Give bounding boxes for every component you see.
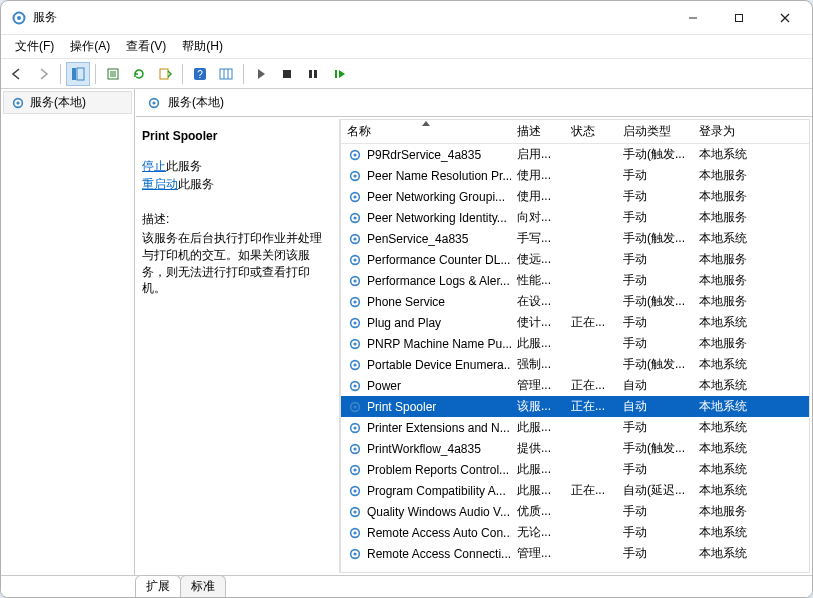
gear-icon: [347, 168, 363, 184]
service-logon: 本地服务: [693, 272, 765, 289]
col-logon[interactable]: 登录为: [693, 120, 765, 143]
service-logon: 本地系统: [693, 377, 765, 394]
restart-service-button[interactable]: [327, 62, 351, 86]
service-logon: 本地系统: [693, 398, 765, 415]
maximize-button[interactable]: [716, 4, 762, 32]
svg-rect-20: [314, 70, 317, 78]
col-name[interactable]: 名称: [341, 120, 511, 143]
menu-action[interactable]: 操作(A): [64, 36, 120, 57]
restart-service-link[interactable]: 重启动: [142, 177, 178, 191]
service-desc: 在设...: [511, 293, 565, 310]
svg-point-45: [353, 342, 356, 345]
service-startup: 手动: [617, 419, 693, 436]
service-desc: 该服...: [511, 398, 565, 415]
svg-point-27: [353, 153, 356, 156]
svg-point-23: [16, 101, 19, 104]
service-desc: 使用...: [511, 167, 565, 184]
svg-point-49: [353, 384, 356, 387]
service-desc: 手写...: [511, 230, 565, 247]
svg-rect-3: [736, 14, 743, 21]
tab-standard-label: 标准: [191, 579, 215, 593]
menu-view[interactable]: 查看(V): [120, 36, 176, 57]
service-row[interactable]: Plug and Play使计...正在...手动本地系统: [341, 312, 809, 333]
toolbar-sep: [95, 64, 96, 84]
service-row[interactable]: Portable Device Enumera...强制...手动(触发...本…: [341, 354, 809, 375]
svg-text:?: ?: [197, 69, 203, 80]
gear-icon: [347, 252, 363, 268]
service-startup: 自动(延迟...: [617, 482, 693, 499]
service-row[interactable]: Phone Service在设...手动(触发...本地服务: [341, 291, 809, 312]
service-row[interactable]: Print Spooler该服...正在...自动本地系统: [341, 396, 809, 417]
service-row[interactable]: Remote Access Auto Con...无论...手动本地系统: [341, 522, 809, 543]
service-startup: 手动: [617, 545, 693, 562]
menu-file[interactable]: 文件(F): [9, 36, 64, 57]
refresh-button[interactable]: [127, 62, 151, 86]
svg-point-29: [353, 174, 356, 177]
rows-viewport[interactable]: P9RdrService_4a835启用...手动(触发...本地系统Peer …: [341, 144, 809, 572]
service-status: 正在...: [565, 482, 617, 499]
service-row[interactable]: Remote Access Connecti...管理...手动本地系统: [341, 543, 809, 564]
service-startup: 手动(触发...: [617, 146, 693, 163]
minimize-button[interactable]: [670, 4, 716, 32]
gear-icon: [347, 189, 363, 205]
pause-service-button[interactable]: [301, 62, 325, 86]
service-name: Plug and Play: [367, 316, 441, 330]
tree-root-label: 服务(本地): [30, 94, 86, 111]
service-startup: 手动(触发...: [617, 356, 693, 373]
service-row[interactable]: Printer Extensions and N...此服...手动本地系统: [341, 417, 809, 438]
service-logon: 本地服务: [693, 251, 765, 268]
menu-help[interactable]: 帮助(H): [176, 36, 233, 57]
service-row[interactable]: Peer Networking Groupi...使用...手动本地服务: [341, 186, 809, 207]
col-desc[interactable]: 描述: [511, 120, 565, 143]
export-list-button[interactable]: [153, 62, 177, 86]
help-button[interactable]: ?: [188, 62, 212, 86]
service-desc: 此服...: [511, 461, 565, 478]
tab-standard[interactable]: 标准: [180, 575, 226, 597]
service-name: Peer Name Resolution Pr...: [367, 169, 511, 183]
svg-point-1: [17, 16, 21, 20]
service-row[interactable]: P9RdrService_4a835启用...手动(触发...本地系统: [341, 144, 809, 165]
col-status[interactable]: 状态: [565, 120, 617, 143]
service-desc: 强制...: [511, 356, 565, 373]
service-logon: 本地系统: [693, 419, 765, 436]
service-row[interactable]: PrintWorkflow_4a835提供...手动(触发...本地系统: [341, 438, 809, 459]
properties-button[interactable]: [101, 62, 125, 86]
menubar: 文件(F) 操作(A) 查看(V) 帮助(H): [1, 35, 812, 59]
service-row[interactable]: Power管理...正在...自动本地系统: [341, 375, 809, 396]
service-startup: 手动: [617, 251, 693, 268]
gear-icon: [347, 315, 363, 331]
titlebar: 服务: [1, 1, 812, 35]
nav-back-button[interactable]: [5, 62, 29, 86]
svg-point-25: [152, 101, 155, 104]
service-desc: 管理...: [511, 545, 565, 562]
tab-extended[interactable]: 扩展: [135, 575, 181, 597]
svg-rect-19: [309, 70, 312, 78]
service-row[interactable]: PenService_4a835手写...手动(触发...本地系统: [341, 228, 809, 249]
service-desc: 性能...: [511, 272, 565, 289]
nav-forward-button[interactable]: [31, 62, 55, 86]
start-service-button[interactable]: [249, 62, 273, 86]
stop-service-link[interactable]: 停止: [142, 159, 166, 173]
svg-point-31: [353, 195, 356, 198]
stop-service-button[interactable]: [275, 62, 299, 86]
svg-rect-6: [72, 68, 76, 80]
service-row[interactable]: Performance Counter DL...使远...手动本地服务: [341, 249, 809, 270]
service-row[interactable]: Program Compatibility A...此服...正在...自动(延…: [341, 480, 809, 501]
col-startup[interactable]: 启动类型: [617, 120, 693, 143]
service-row[interactable]: Peer Networking Identity...向对...手动本地服务: [341, 207, 809, 228]
tree-root-services-local[interactable]: 服务(本地): [3, 91, 132, 114]
close-button[interactable]: [762, 4, 808, 32]
service-desc: 启用...: [511, 146, 565, 163]
svg-point-39: [353, 279, 356, 282]
service-row[interactable]: Problem Reports Control...此服...手动本地系统: [341, 459, 809, 480]
window-title: 服务: [33, 9, 57, 26]
service-logon: 本地系统: [693, 545, 765, 562]
show-tree-button[interactable]: [66, 62, 90, 86]
service-startup: 手动: [617, 188, 693, 205]
service-row[interactable]: Peer Name Resolution Pr...使用...手动本地服务: [341, 165, 809, 186]
service-row[interactable]: Performance Logs & Aler...性能...手动本地服务: [341, 270, 809, 291]
svg-point-37: [353, 258, 356, 261]
service-row[interactable]: Quality Windows Audio V...优质...手动本地服务: [341, 501, 809, 522]
manage-columns-button[interactable]: [214, 62, 238, 86]
service-row[interactable]: PNRP Machine Name Pu...此服...手动本地服务: [341, 333, 809, 354]
